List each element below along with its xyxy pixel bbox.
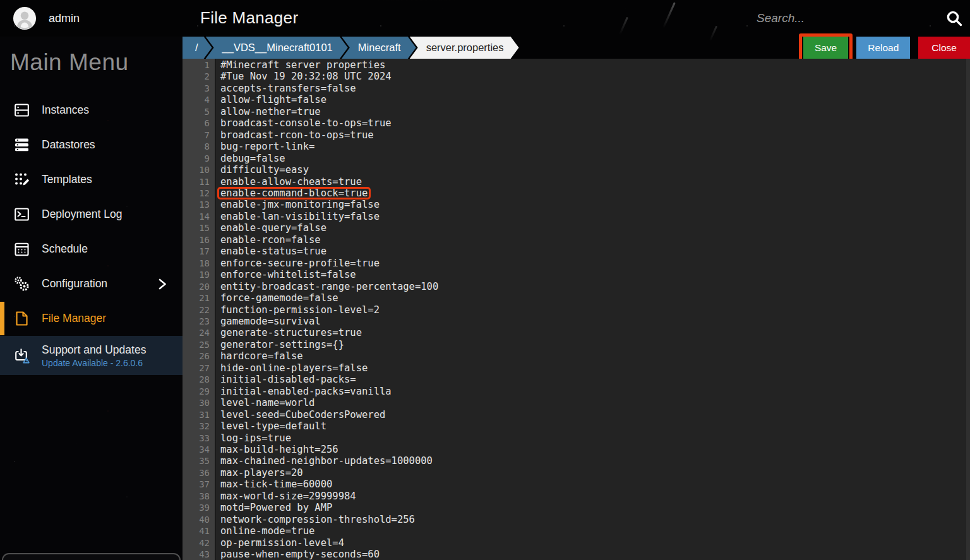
sidebar-item-label: Instances (42, 104, 89, 117)
sidebar-item-instances[interactable]: Instances (0, 93, 183, 128)
line-number: 35 (183, 455, 210, 467)
code-line: enable-query=false (220, 222, 970, 234)
line-number: 30 (183, 397, 210, 408)
breadcrumb: /__VDS__Minecraft0101Minecraftserver.pro… (183, 37, 513, 59)
top-bar: admin File Manager (0, 0, 970, 37)
code-line: enable-jmx-monitoring=false (220, 199, 970, 210)
toolbar-buttons: Save Reload Close (803, 37, 970, 59)
code-line: online-mode=true (220, 525, 970, 537)
line-number: 38 (183, 491, 210, 502)
code-line: max-tick-time=60000 (220, 479, 970, 490)
code-line: initial-enabled-packs=vanilla (220, 386, 970, 397)
code-line: difficulty=easy (220, 164, 970, 176)
code-line: motd=Powered by AMP (220, 502, 970, 513)
sidebar-item-label: Templates (42, 173, 92, 186)
line-number: 15 (183, 222, 210, 234)
code-line: enable-lan-visibility=false (220, 211, 970, 222)
schedule-icon (13, 241, 30, 258)
line-number: 27 (183, 362, 210, 374)
code-line: gamemode=survival (220, 316, 970, 327)
code-line: max-world-size=29999984 (220, 491, 970, 502)
code-line: log-ips=true (220, 432, 970, 444)
search-icon[interactable] (945, 9, 964, 28)
line-number: 42 (183, 537, 210, 549)
line-number: 43 (183, 549, 210, 560)
sidebar-item-deployment-log[interactable]: Deployment Log (0, 197, 183, 232)
breadcrumb-item-current[interactable]: server.properties (410, 37, 519, 59)
code-line: network-compression-threshold=256 (220, 514, 970, 525)
line-number: 1 (183, 59, 210, 71)
sidebar-item-label: Deployment Log (42, 208, 122, 221)
line-number: 2 (183, 71, 210, 82)
code-line: level-seed=CubeCodersPowered (220, 409, 970, 420)
search-input[interactable] (757, 9, 933, 28)
line-number: 37 (183, 479, 210, 490)
sidebar-item-support-and-updates[interactable]: Support and UpdatesUpdate Available - 2.… (0, 336, 183, 375)
support-updates-icon (13, 347, 30, 364)
code-editor-pane[interactable]: #Minecraft server properties#Tue Nov 19 … (216, 59, 970, 560)
line-number: 36 (183, 467, 210, 479)
line-number: 26 (183, 350, 210, 362)
sidebar-item-templates[interactable]: Templates (0, 162, 183, 197)
code-line: level-type=default (220, 420, 970, 432)
breadcrumb-item[interactable]: __VDS__Minecraft0101 (206, 37, 348, 59)
file-editor: 1234567891011121314151617181920212223242… (183, 59, 970, 560)
code-line: max-players=20 (220, 467, 970, 479)
code-line: generator-settings={} (220, 339, 970, 350)
line-number: 32 (183, 420, 210, 432)
deployment-log-icon (13, 206, 30, 223)
reload-button[interactable]: Reload (856, 37, 910, 59)
line-number: 21 (183, 292, 210, 304)
main-menu-heading: Main Menu (10, 49, 183, 76)
code-line: enable-allow-cheats=true (220, 176, 970, 188)
code-line: hide-online-players=false (220, 362, 970, 374)
line-number: 4 (183, 94, 210, 105)
sidebar-item-label: Schedule (42, 242, 88, 256)
line-number: 16 (183, 234, 210, 246)
line-number: 11 (183, 176, 210, 188)
code-line: op-permission-level=4 (220, 537, 970, 549)
line-number: 19 (183, 269, 210, 280)
username[interactable]: admin (49, 12, 80, 25)
line-number: 6 (183, 117, 210, 129)
user-avatar[interactable] (13, 6, 37, 30)
code-line: hardcore=false (220, 350, 970, 362)
code-line: debug=false (220, 153, 970, 164)
code-line: allow-flight=false (220, 94, 970, 105)
breadcrumb-item[interactable]: / (183, 37, 212, 59)
line-number: 41 (183, 525, 210, 537)
sidebar-item-configuration[interactable]: Configuration (0, 266, 183, 301)
code-line: bug-report-link= (220, 141, 970, 152)
sidebar-item-file-manager[interactable]: File Manager (0, 301, 183, 336)
sidebar-item-label: Datastores (42, 138, 95, 152)
code-line: generate-structures=true (220, 327, 970, 338)
code-line: #Tue Nov 19 20:32:08 UTC 2024 (220, 71, 970, 82)
code-line: force-gamemode=false (220, 292, 970, 304)
line-number: 14 (183, 211, 210, 222)
annotation-box-save: Save (803, 37, 848, 59)
sidebar-item-schedule[interactable]: Schedule (0, 232, 183, 266)
line-number: 33 (183, 432, 210, 444)
page-title: File Manager (200, 8, 298, 28)
code-line: enforce-secure-profile=true (220, 258, 970, 269)
line-number: 25 (183, 339, 210, 350)
line-number: 24 (183, 327, 210, 338)
sidebar-footer-panel[interactable] (2, 553, 181, 560)
chevron-right-icon (156, 278, 169, 290)
line-number: 13 (183, 199, 210, 210)
configuration-icon (13, 275, 30, 292)
code-line: initial-disabled-packs= (220, 374, 970, 385)
code-line: #Minecraft server properties (220, 59, 970, 71)
close-button[interactable]: Close (918, 37, 970, 59)
sidebar-item-datastores[interactable]: Datastores (0, 128, 183, 162)
annotated-code-line: enable-command-block=true (220, 188, 970, 199)
save-button[interactable]: Save (803, 37, 848, 59)
line-number: 28 (183, 374, 210, 385)
editor-scrollbar[interactable] (966, 59, 970, 560)
line-number: 7 (183, 129, 210, 141)
breadcrumb-item[interactable]: Minecraft (342, 37, 416, 59)
line-number: 12 (183, 188, 210, 199)
line-number: 10 (183, 164, 210, 176)
update-available-label: Update Available - 2.6.0.6 (42, 358, 146, 368)
code-line: max-build-height=256 (220, 444, 970, 455)
